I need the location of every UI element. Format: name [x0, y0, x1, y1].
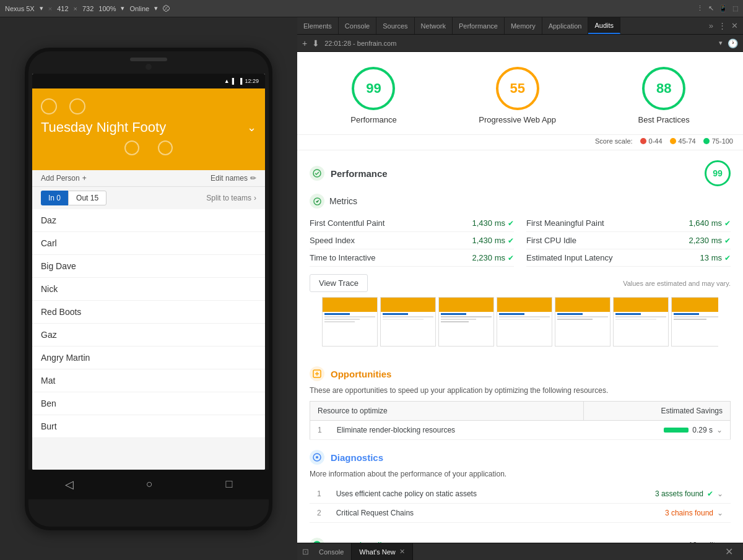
phone-statusbar: ▲ ▌ ▐ 12:29: [32, 74, 265, 88]
diag-num-1: 1: [310, 485, 329, 504]
bottom-close-btn[interactable]: ✕: [720, 546, 738, 558]
bottom-tab-console[interactable]: Console: [311, 543, 352, 560]
metric-tti: Time to Interactive 2,230 ms ✔: [310, 249, 514, 267]
check-icon: ✔: [508, 254, 514, 262]
out-button[interactable]: Out 15: [68, 191, 106, 205]
check-icon: ✔: [724, 236, 731, 245]
bottom-drawer-icon[interactable]: ⊡: [302, 547, 309, 556]
close-whatsnew-icon[interactable]: ✕: [399, 548, 405, 556]
tab-application[interactable]: Application: [542, 17, 589, 34]
diag-result-2: 3 chains found ⌄: [591, 504, 731, 523]
list-item[interactable]: Red Boots: [32, 301, 265, 324]
score-performance: 99 Performance: [350, 67, 396, 124]
in-out-row: In 0 Out 15 Split to teams ›: [32, 187, 265, 209]
devtools-more-icon[interactable]: ⋮: [718, 21, 726, 30]
topbar-width: 412: [57, 5, 68, 12]
edit-names-btn[interactable]: Edit names ✏: [211, 174, 256, 183]
app-actions: Add Person + Edit names ✏: [32, 170, 265, 187]
tab-elements[interactable]: Elements: [297, 17, 339, 34]
devtools-tabs: Elements Console Sources Network Perform…: [297, 17, 743, 35]
score-bestpractices: 88 Best Practices: [638, 67, 690, 124]
device-name[interactable]: Nexus 5X: [5, 5, 35, 12]
tab-sources[interactable]: Sources: [376, 17, 414, 34]
phone-screen: ▲ ▌ ▐ 12:29 Tuesday Night Footy: [32, 74, 265, 470]
zoom-dropdown-icon[interactable]: ▾: [121, 4, 124, 12]
bottom-tab-whatsnew[interactable]: What's New ✕: [352, 543, 412, 560]
savings-bar: [664, 428, 689, 433]
diagnostics-section: Diagnostics More information about the p…: [297, 450, 743, 533]
header-deco-1: [41, 98, 57, 114]
home-button[interactable]: ○: [146, 478, 153, 491]
device-dropdown-icon[interactable]: ▾: [40, 4, 43, 12]
in-button[interactable]: In 0: [41, 191, 68, 205]
metrics-title: Metrics: [329, 196, 357, 206]
view-trace-button[interactable]: View Trace: [310, 274, 368, 292]
chevron-down-icon[interactable]: ⌄: [247, 121, 256, 134]
col-savings-header: Estimated Savings: [583, 402, 730, 421]
metrics-grid: First Contentful Paint 1,430 ms ✔ Speed …: [310, 215, 731, 267]
screenshot-2: [380, 297, 436, 347]
topbar-height: 732: [82, 5, 93, 12]
list-item[interactable]: Gaz: [32, 324, 265, 347]
metric-eil: Estimated Input Latency 13 ms ✔: [526, 249, 731, 267]
diagnostics-title: Diagnostics: [331, 452, 383, 463]
split-teams-btn[interactable]: Split to teams ›: [206, 191, 256, 205]
expand-icon[interactable]: ⌄: [716, 426, 723, 434]
passed-audits-header[interactable]: Passed audits 19 audits ⌄: [310, 533, 731, 543]
bestpractices-circle: 88: [642, 67, 685, 110]
devtools-toolbar: + ⬇ 22:01:28 - benfrain.com ▾ 🕐: [297, 35, 743, 52]
inspector-icons[interactable]: ⬚: [732, 5, 738, 12]
screenshot-1: [322, 297, 378, 347]
phone-nav-bar: ◁ ○ □: [28, 470, 269, 499]
list-item[interactable]: Burt: [32, 415, 265, 438]
devtools-close-icon[interactable]: ✕: [731, 21, 738, 30]
metrics-sub-icon: [310, 194, 324, 209]
tabs-more-icon[interactable]: »: [709, 21, 713, 30]
toolbar-url: 22:01:28 - benfrain.com: [324, 40, 714, 47]
cursor-icon[interactable]: ↖: [708, 4, 714, 12]
more-tools-icon[interactable]: ⋮: [697, 4, 703, 12]
tab-performance[interactable]: Performance: [453, 17, 505, 34]
tab-network[interactable]: Network: [415, 17, 453, 34]
list-item[interactable]: Carl: [32, 232, 265, 255]
list-item[interactable]: Mat: [32, 369, 265, 392]
list-item[interactable]: Angry Martin: [32, 347, 265, 369]
diagnostics-description: More information about the performance o…: [310, 470, 731, 478]
scale-label: Score scale:: [595, 137, 633, 145]
toolbar-dropdown-icon[interactable]: ▾: [719, 39, 723, 47]
network-status[interactable]: Online: [129, 5, 149, 12]
list-item[interactable]: Big Dave: [32, 255, 265, 278]
tab-audits[interactable]: Audits: [588, 17, 620, 34]
check-icon: ✔: [724, 254, 731, 262]
screenshot-6: [613, 297, 669, 347]
diag-num-2: 2: [310, 504, 329, 523]
toolbar-clock-icon[interactable]: 🕐: [728, 38, 738, 48]
expand-icon[interactable]: ⌄: [717, 509, 723, 517]
list-item[interactable]: Ben: [32, 392, 265, 415]
opp-savings-1: 0.29 s ⌄: [583, 421, 730, 440]
diag-row-1[interactable]: 1 Uses efficient cache policy on static …: [310, 485, 731, 504]
score-scale: Score scale: 0-44 45-74 75-100: [297, 135, 743, 150]
check-icon: ✔: [508, 236, 514, 245]
add-person-btn[interactable]: Add Person +: [41, 174, 87, 183]
zoom-level[interactable]: 100%: [98, 5, 116, 12]
back-button[interactable]: ◁: [65, 478, 74, 491]
check-icon: ✔: [724, 219, 731, 228]
toolbar-reload-icon[interactable]: ⬇: [312, 38, 319, 48]
tab-memory[interactable]: Memory: [505, 17, 542, 34]
opportunity-row-1[interactable]: 1 Eliminate render-blocking resources 0.…: [310, 421, 731, 440]
expand-icon[interactable]: ⌄: [717, 489, 723, 498]
topbar: Nexus 5X ▾ × 412 × 732 100% ▾ Online ▾ ⛒…: [0, 0, 743, 17]
list-item[interactable]: Daz: [32, 209, 265, 232]
list-item[interactable]: Nick: [32, 278, 265, 301]
diag-row-2[interactable]: 2 Critical Request Chains 3 chains found…: [310, 504, 731, 523]
phone-camera: [146, 64, 152, 70]
tab-console[interactable]: Console: [339, 17, 376, 34]
screenshot-5: [555, 297, 610, 347]
bestpractices-label: Best Practices: [638, 115, 690, 124]
toolbar-add-icon[interactable]: +: [302, 38, 307, 48]
device-toggle-icon[interactable]: 📱: [719, 4, 728, 12]
recents-button[interactable]: □: [225, 478, 232, 491]
network-dropdown-icon[interactable]: ▾: [154, 4, 158, 12]
diagnostics-icon: [310, 450, 324, 465]
